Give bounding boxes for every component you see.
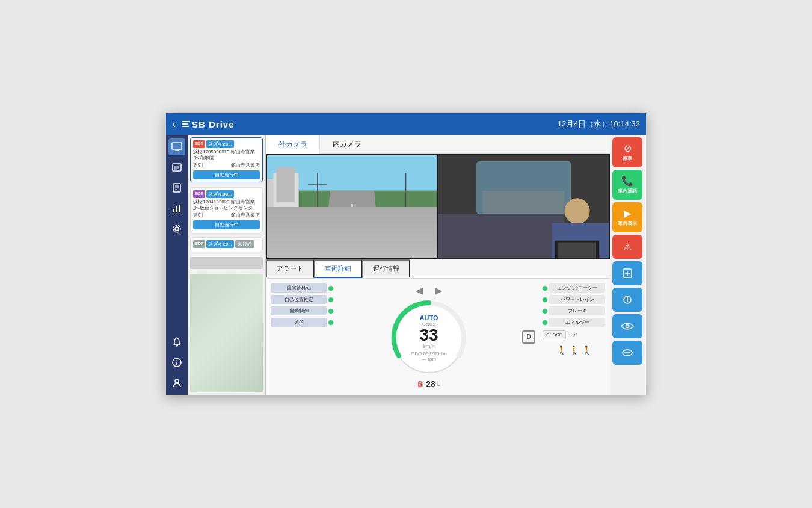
svg-rect-13 — [179, 205, 180, 212]
stop-label: 停車 — [623, 155, 632, 162]
vehicle-route-2: 浜松1204132020 館山寺営業所-板台ショッピングセンタ — [193, 199, 260, 211]
svg-rect-12 — [176, 206, 177, 212]
svg-rect-0 — [172, 143, 182, 149]
speedo-odo: ODO 002700 km — [411, 351, 447, 356]
svg-point-19 — [175, 379, 179, 383]
camera-view: 走行 — [266, 154, 610, 259]
stop-button[interactable]: ⊘ 停車 — [612, 137, 642, 167]
display-icon: ▶ — [624, 208, 631, 219]
vehicle-badge-id-1: S05 — [193, 140, 205, 148]
speedo-mode: AUTO — [411, 314, 447, 321]
status-label-engine: エンジン/モーター — [549, 283, 605, 293]
vehicle-status-btn-1[interactable]: 自動走行中 — [193, 170, 260, 179]
status-dot-engine — [543, 286, 547, 291]
vehicle-status-btn-2[interactable]: 自動走行中 — [193, 220, 260, 229]
status-dot-powertrain — [543, 297, 547, 302]
call-button[interactable]: 📞 車内通話 — [612, 170, 642, 200]
status-row-powertrain: パワートレイン — [543, 295, 605, 304]
camera-tab-outside[interactable]: 外カメラ — [266, 135, 320, 154]
svg-rect-27 — [377, 208, 415, 241]
svg-point-31 — [405, 239, 413, 246]
sb-logo: SB Drive — [182, 119, 558, 129]
status-dot-comm — [328, 320, 333, 325]
status-row-auto: 自動制御 — [271, 306, 333, 315]
status-label-position: 自己位置推定 — [271, 295, 327, 304]
status-row-position: 自己位置推定 — [271, 295, 333, 304]
speed-arrow-right[interactable]: ▶ — [435, 285, 442, 296]
vehicle-card-1[interactable]: S05 スズキ20... 浜松1205090010 館山寺営業所-和地園 定刻 … — [190, 137, 263, 182]
vehicle-search-bar — [190, 257, 263, 269]
action-btn-2[interactable] — [612, 261, 642, 285]
vehicle-info-row-1: 定刻 館山寺営業所 — [193, 162, 260, 169]
status-dot-position — [328, 297, 333, 302]
vehicle-dest-1: 館山寺営業所 — [231, 162, 260, 169]
vehicle-badge-name-2: スズキ30... — [206, 190, 234, 198]
action-btn-4[interactable] — [612, 314, 642, 338]
sidebar-item-list[interactable] — [168, 159, 185, 176]
person-icon-2: 🚶 — [569, 345, 579, 355]
speed-nav: ◀ ▶ — [416, 285, 442, 296]
logo-line-2 — [182, 123, 188, 125]
status-dot-brake — [543, 309, 547, 314]
vehicle-dest-2: 館山寺営業所 — [231, 212, 260, 218]
vehicle-detail-panel: 障害物検知 自己位置推定 自動制御 通信 — [266, 279, 610, 395]
status-indicators-right: エンジン/モーター パワートレイン ブレーキ エネルギー — [538, 279, 610, 395]
svg-rect-26 — [277, 167, 295, 203]
action-btn-2-icon — [622, 268, 633, 279]
person-icon-1: 🚶 — [556, 345, 567, 355]
info-tab-vehicle[interactable]: 車両詳細 — [314, 259, 362, 278]
info-tab-alert[interactable]: アラート — [266, 259, 314, 278]
person-icons: 🚶 🚶 🚶 — [543, 345, 605, 355]
sidebar-item-bell[interactable] — [168, 333, 185, 350]
app-container: ‹ SB Drive 12月4日（水）10:14:32 — [165, 113, 647, 395]
speedo-center: AUTO GNSS 33 km/h ODO 002700 km — rpm — [411, 314, 447, 362]
fuel-icon: ⛽ — [417, 381, 424, 387]
speedometer-area: ◀ ▶ AUTO — [338, 279, 520, 395]
action-btn-5-icon — [621, 348, 633, 357]
logo-line-3 — [182, 126, 189, 127]
sidebar-item-info[interactable] — [168, 354, 185, 371]
status-label-obstacle: 障害物検知 — [271, 283, 327, 293]
vehicle-badge-id-2: S06 — [193, 190, 205, 198]
icon-bar — [166, 135, 188, 395]
svg-point-30 — [368, 239, 375, 246]
sidebar-item-report[interactable] — [168, 179, 185, 196]
status-dot-obstacle — [328, 286, 333, 291]
camera-tab-inside[interactable]: 内カメラ — [320, 135, 374, 153]
speedo-fuel: ⛽ 28 L — [417, 379, 440, 389]
action-btn-3-icon — [622, 294, 633, 305]
svg-point-39 — [565, 198, 590, 224]
status-row-obstacle: 障害物検知 — [271, 283, 333, 293]
display-label: 車内表示 — [618, 220, 637, 227]
vehicle-card-3[interactable]: S07 スズキ20... 未接続 — [190, 237, 263, 252]
stop-icon: ⊘ — [624, 143, 632, 154]
status-dot-energy — [543, 320, 547, 325]
main-body: S05 スズキ20... 浜松1205090010 館山寺営業所-和地園 定刻 … — [166, 135, 646, 395]
sidebar-item-user[interactable] — [168, 374, 185, 391]
sb-logo-lines-icon — [182, 121, 190, 127]
sidebar-item-settings[interactable] — [168, 220, 185, 237]
alert-button[interactable]: ⚠ — [612, 235, 642, 259]
sidebar-item-monitor[interactable] — [168, 138, 185, 155]
speed-arrow-left[interactable]: ◀ — [416, 285, 423, 296]
call-icon: 📞 — [621, 175, 633, 187]
action-btn-3[interactable] — [612, 288, 642, 312]
svg-rect-42 — [558, 243, 596, 258]
vehicle-badge-id-3: S07 — [193, 240, 205, 248]
action-btn-5[interactable] — [612, 341, 642, 365]
svg-point-49 — [626, 325, 629, 328]
svg-marker-22 — [324, 191, 380, 258]
sidebar-item-stats[interactable] — [168, 200, 185, 217]
display-button[interactable]: ▶ 車内表示 — [612, 202, 642, 232]
vehicle-card-header-2: S06 スズキ30... — [193, 190, 260, 198]
back-button[interactable]: ‹ — [172, 118, 176, 131]
status-row-brake: ブレーキ — [543, 306, 605, 315]
status-dot-auto — [328, 309, 333, 314]
header-title: SB Drive — [182, 119, 558, 129]
vehicle-card-2[interactable]: S06 スズキ30... 浜松1204132020 館山寺営業所-板台ショッピン… — [190, 187, 263, 232]
status-label-powertrain: パワートレイン — [549, 295, 605, 304]
svg-rect-37 — [482, 191, 564, 214]
info-tab-operation[interactable]: 運行情報 — [362, 259, 410, 278]
alert-icon: ⚠ — [623, 241, 632, 253]
status-row-energy: エネルギー — [543, 318, 605, 327]
